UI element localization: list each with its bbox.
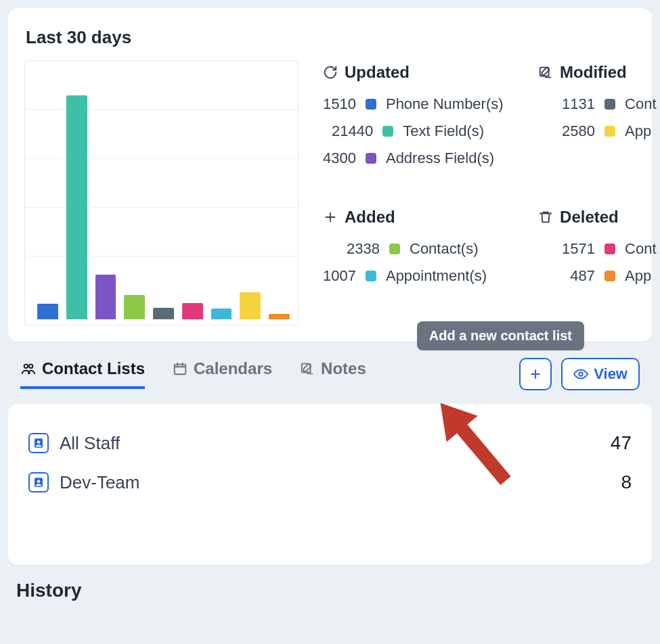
stat-line: 1131Cont bbox=[538, 95, 660, 113]
stat-label: Phone Number(s) bbox=[386, 95, 504, 113]
stat-value: 4300 bbox=[323, 150, 356, 167]
dashboard-title: Last 30 days bbox=[26, 27, 636, 48]
stat-line: 1007Appointment(s) bbox=[323, 267, 484, 285]
chart-bar bbox=[182, 303, 203, 319]
stat-value: 21440 bbox=[323, 122, 373, 140]
svg-point-5 bbox=[579, 372, 584, 376]
stat-value: 487 bbox=[538, 267, 595, 285]
stat-line: 21440Text Field(s) bbox=[323, 122, 484, 140]
stat-label: Text Field(s) bbox=[403, 122, 484, 140]
stat-value: 2338 bbox=[323, 240, 380, 258]
add-contact-list-tooltip: Add a new contact list bbox=[417, 321, 584, 350]
chart-bar bbox=[124, 295, 145, 319]
calendar-icon bbox=[172, 361, 188, 377]
stat-label: Cont bbox=[625, 95, 656, 113]
stat-label: Contact(s) bbox=[410, 240, 478, 258]
stat-line: 2338Contact(s) bbox=[323, 240, 484, 258]
stat-label: Address Field(s) bbox=[386, 150, 494, 167]
stat-label: App bbox=[625, 267, 651, 285]
chart-bar bbox=[66, 95, 87, 319]
stat-label: Appointment(s) bbox=[386, 267, 487, 285]
trash-icon bbox=[538, 210, 553, 225]
contact-list-name: Dev-Team bbox=[60, 472, 139, 493]
edit-square-icon bbox=[538, 65, 553, 80]
contact-lists-card: All Staff47Dev-Team8 bbox=[8, 404, 652, 565]
chart-bar bbox=[211, 308, 232, 319]
stat-group-title: Deleted bbox=[560, 208, 619, 227]
refresh-icon bbox=[323, 65, 338, 80]
svg-rect-3 bbox=[175, 365, 186, 375]
stat-value: 1007 bbox=[323, 267, 356, 285]
eye-icon bbox=[573, 367, 588, 382]
stat-group-title: Updated bbox=[345, 63, 410, 82]
stat-line: 1571Cont bbox=[538, 240, 660, 258]
stat-group-title: Added bbox=[345, 208, 395, 227]
stat-group-title: Modified bbox=[560, 63, 627, 82]
contact-list-row[interactable]: All Staff47 bbox=[28, 432, 632, 454]
stat-line: 4300Address Field(s) bbox=[323, 150, 484, 167]
tab-label: Calendars bbox=[194, 359, 272, 378]
stat-swatch bbox=[604, 126, 615, 137]
stat-line: 2580App bbox=[538, 122, 660, 140]
stat-group: Updated1510Phone Number(s)21440Text Fiel… bbox=[323, 63, 484, 177]
tab-label: Notes bbox=[321, 359, 366, 378]
stat-group: Deleted1571Cont487App bbox=[538, 208, 660, 294]
tab-label: Contact Lists bbox=[42, 359, 145, 378]
plus-icon bbox=[323, 210, 338, 225]
svg-point-7 bbox=[37, 440, 41, 444]
stat-value: 2580 bbox=[538, 122, 595, 140]
stat-line: 1510Phone Number(s) bbox=[323, 95, 484, 113]
tab-notes[interactable]: Notes bbox=[299, 359, 366, 389]
chart-bar bbox=[37, 304, 58, 319]
stat-group: Modified1131Cont2580App bbox=[538, 63, 660, 177]
stat-group: Added2338Contact(s)1007Appointment(s) bbox=[323, 208, 484, 294]
stat-label: App bbox=[625, 122, 651, 140]
stat-value: 1571 bbox=[538, 240, 595, 258]
stat-value: 1131 bbox=[538, 95, 595, 113]
stat-value: 1510 bbox=[323, 95, 356, 113]
activity-bar-chart bbox=[24, 60, 299, 325]
stat-label: Cont bbox=[625, 240, 656, 258]
contact-card-icon bbox=[28, 433, 49, 453]
plus-icon bbox=[529, 367, 542, 381]
history-heading: History bbox=[16, 580, 660, 601]
contact-list-count: 8 bbox=[621, 472, 632, 493]
svg-point-9 bbox=[37, 480, 41, 483]
stat-swatch bbox=[389, 244, 400, 254]
contact-list-row[interactable]: Dev-Team8 bbox=[28, 472, 632, 493]
stat-swatch bbox=[366, 271, 376, 281]
stat-swatch bbox=[382, 126, 393, 137]
tabs-row: Contact ListsCalendarsNotes Add a new co… bbox=[8, 354, 652, 394]
stat-swatch bbox=[604, 271, 615, 281]
view-button[interactable]: View bbox=[561, 358, 640, 390]
people-icon bbox=[20, 361, 37, 377]
stat-swatch bbox=[604, 244, 615, 254]
view-button-label: View bbox=[594, 365, 628, 383]
chart-bar bbox=[95, 275, 116, 319]
contact-list-name: All Staff bbox=[60, 433, 120, 454]
svg-point-1 bbox=[24, 365, 28, 369]
svg-point-2 bbox=[29, 365, 32, 369]
add-contact-list-button[interactable] bbox=[519, 358, 552, 390]
contact-list-count: 47 bbox=[611, 432, 632, 454]
edit-square-icon bbox=[299, 361, 315, 377]
stat-line: 487App bbox=[538, 267, 660, 285]
chart-bar bbox=[240, 292, 261, 319]
stat-swatch bbox=[366, 99, 376, 110]
tab-contact-lists[interactable]: Contact Lists bbox=[20, 359, 145, 389]
stat-swatch bbox=[366, 153, 376, 164]
chart-bar bbox=[269, 314, 290, 319]
chart-bar bbox=[153, 308, 174, 319]
dashboard-card: Last 30 days Updated1510Phone Number(s)2… bbox=[8, 8, 652, 342]
contact-card-icon bbox=[28, 472, 49, 492]
tab-calendars[interactable]: Calendars bbox=[172, 359, 272, 389]
stat-swatch bbox=[604, 99, 615, 110]
